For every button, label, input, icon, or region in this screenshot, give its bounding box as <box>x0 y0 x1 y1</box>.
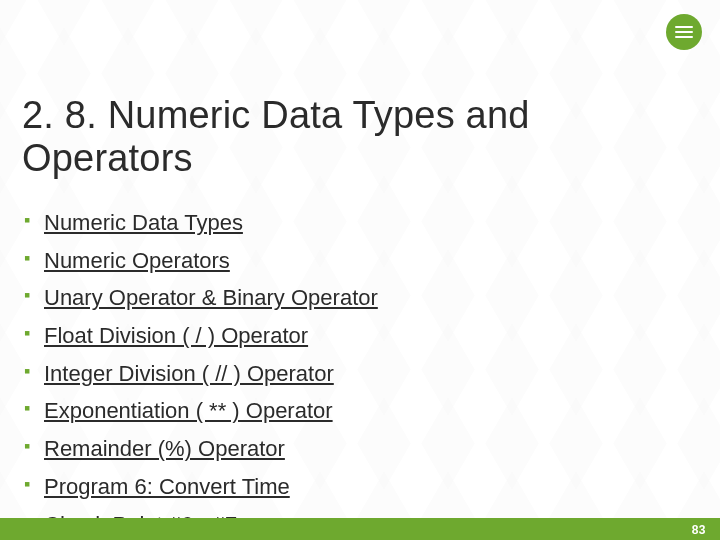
list-item: ▪ Numeric Data Types <box>24 208 698 238</box>
menu-button[interactable] <box>666 14 702 50</box>
slide-content: 2. 8. Numeric Data Types and Operators ▪… <box>22 94 698 540</box>
list-item: ▪ Unary Operator & Binary Operator <box>24 283 698 313</box>
topic-link[interactable]: Numeric Data Types <box>44 208 243 238</box>
bullet-icon: ▪ <box>24 246 44 270</box>
list-item: ▪ Exponentiation ( ** ) Operator <box>24 396 698 426</box>
bullet-icon: ▪ <box>24 283 44 307</box>
list-item: ▪ Float Division ( / ) Operator <box>24 321 698 351</box>
bullet-icon: ▪ <box>24 434 44 458</box>
slide-title: 2. 8. Numeric Data Types and Operators <box>22 94 698 180</box>
topic-link[interactable]: Exponentiation ( ** ) Operator <box>44 396 333 426</box>
bullet-icon: ▪ <box>24 321 44 345</box>
topic-list: ▪ Numeric Data Types ▪ Numeric Operators… <box>22 208 698 539</box>
bullet-icon: ▪ <box>24 208 44 232</box>
topic-link[interactable]: Float Division ( / ) Operator <box>44 321 308 351</box>
bullet-icon: ▪ <box>24 359 44 383</box>
topic-link[interactable]: Program 6: Convert Time <box>44 472 290 502</box>
page-number: 83 <box>692 523 706 537</box>
list-item: ▪ Program 6: Convert Time <box>24 472 698 502</box>
hamburger-icon <box>675 26 693 38</box>
list-item: ▪ Integer Division ( // ) Operator <box>24 359 698 389</box>
bullet-icon: ▪ <box>24 396 44 420</box>
list-item: ▪ Remainder (%) Operator <box>24 434 698 464</box>
topic-link[interactable]: Unary Operator & Binary Operator <box>44 283 378 313</box>
list-item: ▪ Numeric Operators <box>24 246 698 276</box>
topic-link[interactable]: Numeric Operators <box>44 246 230 276</box>
bullet-icon: ▪ <box>24 472 44 496</box>
footer-bar <box>0 518 720 540</box>
topic-link[interactable]: Remainder (%) Operator <box>44 434 285 464</box>
topic-link[interactable]: Integer Division ( // ) Operator <box>44 359 334 389</box>
